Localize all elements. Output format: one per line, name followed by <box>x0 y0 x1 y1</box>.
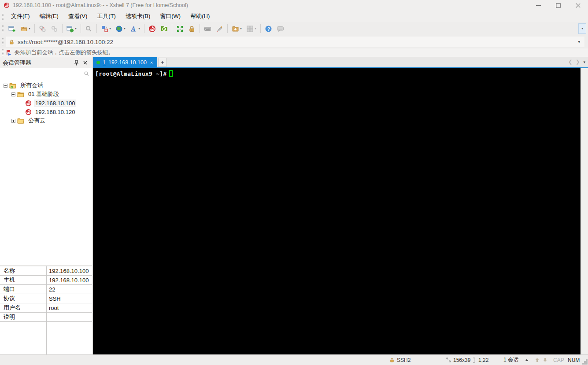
status-cursor-position[interactable]: 1,22 <box>472 355 488 365</box>
expand-toggle-icon[interactable] <box>11 119 15 123</box>
session-properties-button[interactable]: ▾ <box>65 23 78 34</box>
web-globe-dropdown-icon[interactable]: ▾ <box>124 27 126 30</box>
tree-item-label[interactable]: 公有云 <box>27 116 47 125</box>
new-tab-button[interactable]: + <box>158 58 166 67</box>
collapse-toggle-icon[interactable] <box>11 92 15 96</box>
menu-view[interactable]: 查看(V) <box>63 11 92 22</box>
menu-edit[interactable]: 编辑(E) <box>35 11 63 22</box>
tile-layout-dropdown-icon[interactable]: ▾ <box>109 27 111 30</box>
toolbar-separator <box>200 24 200 33</box>
menu-file[interactable]: 文件(F) <box>6 11 35 22</box>
pin-panel-button[interactable] <box>72 59 81 67</box>
status-session-count[interactable]: 1 会话 <box>503 355 529 365</box>
collapse-toggle-icon[interactable] <box>4 84 7 88</box>
tab-session-100[interactable]: 1 192.168.10.100 × <box>93 57 157 67</box>
addressbar-drag-handle[interactable] <box>2 38 4 45</box>
maximize-button[interactable] <box>548 0 568 11</box>
tree-item-session-120[interactable]: 192.168.10.120 <box>0 107 92 116</box>
find-button[interactable] <box>83 23 94 34</box>
xshell-button[interactable] <box>147 23 158 34</box>
main-area: 会话管理器 所有会话 <box>0 57 588 354</box>
session-properties-dropdown-icon[interactable]: ▾ <box>75 27 77 30</box>
help-icon: ? <box>265 25 272 33</box>
toolbar-overflow-button[interactable]: ▾ <box>578 23 586 34</box>
session-search-input[interactable] <box>3 70 84 77</box>
menu-window[interactable]: 窗口(W) <box>155 11 185 22</box>
search-icon[interactable] <box>84 71 89 77</box>
resize-grip[interactable] <box>586 363 588 365</box>
reconnect-button[interactable] <box>49 23 60 34</box>
open-session-button[interactable]: ▾ <box>18 23 32 34</box>
properties-divider <box>46 266 47 354</box>
terminal-screen[interactable]: [root@AlmaLinux9 ~]# <box>93 68 588 354</box>
close-button[interactable] <box>568 0 588 11</box>
minimize-button[interactable] <box>529 0 548 11</box>
address-input[interactable]: ssh://root:******@192.168.10.100:22 ▾ <box>6 37 584 47</box>
address-dropdown-icon[interactable]: ▾ <box>576 40 582 44</box>
close-panel-button[interactable] <box>81 59 89 67</box>
property-label: 说明 <box>0 313 46 321</box>
connected-status-icon <box>96 61 100 64</box>
terminal-scrollbar[interactable] <box>581 68 588 354</box>
folder-gear-icon <box>9 82 17 89</box>
help-button[interactable]: ? <box>263 23 274 34</box>
grid-layout-button[interactable]: ▾ <box>244 23 258 34</box>
tree-item-label[interactable]: 所有会话 <box>19 81 44 90</box>
tile-layout-button[interactable]: ▾ <box>99 23 113 34</box>
svg-text:A: A <box>131 26 135 32</box>
shell-prompt: [root@AlmaLinux9 ~]# <box>95 70 167 77</box>
menu-help[interactable]: 帮助(H) <box>185 11 214 22</box>
new-session-icon <box>8 25 16 33</box>
toolbar-drag-handle[interactable] <box>2 25 4 32</box>
toolbar-separator <box>81 24 81 33</box>
font-button[interactable]: A ▾ <box>128 23 142 34</box>
tab-close-icon[interactable]: × <box>149 60 154 65</box>
status-terminal-size[interactable]: 156x39 <box>446 355 470 365</box>
new-terminal-dropdown-icon[interactable]: ▾ <box>240 27 242 30</box>
terminal-size-icon <box>446 358 451 362</box>
session-manager-panel: 会话管理器 所有会话 <box>0 57 93 354</box>
new-terminal-button[interactable]: ▾ <box>230 23 244 34</box>
tree-item-folder-basic[interactable]: 01 基础阶段 <box>0 90 92 99</box>
tab-index: 1 <box>103 59 106 66</box>
new-session-button[interactable] <box>7 23 18 34</box>
font-icon: A <box>130 25 137 33</box>
statusbar: SSH2 156x39 1,22 1 会话 CAP NUM <box>0 354 588 365</box>
menu-tabs[interactable]: 选项卡(B) <box>121 11 155 22</box>
grid-layout-dropdown-icon[interactable]: ▾ <box>255 27 256 30</box>
titlebar: 192.168.10.100 - root@AlmaLinux9:~ - Xsh… <box>0 0 588 11</box>
infobar-drag-handle[interactable] <box>2 49 4 56</box>
virtual-keyboard-button[interactable] <box>202 23 213 34</box>
menu-tools[interactable]: 工具(T) <box>92 11 121 22</box>
open-session-dropdown-icon[interactable]: ▾ <box>29 27 30 30</box>
xftp-button[interactable] <box>159 23 170 34</box>
feedback-button[interactable] <box>275 23 286 34</box>
tree-item-all-sessions[interactable]: 所有会话 <box>0 81 92 90</box>
search-icon <box>85 25 92 33</box>
tab-list-dropdown-icon[interactable]: ▾ <box>583 60 585 64</box>
menubar-drag-handle[interactable] <box>2 13 4 20</box>
property-label: 端口 <box>0 285 46 293</box>
tree-item-session-100[interactable]: 192.168.10.100 <box>0 99 92 107</box>
disconnect-button[interactable] <box>37 23 48 34</box>
tree-item-label[interactable]: 192.168.10.120 <box>34 108 76 116</box>
highlighter-button[interactable] <box>214 23 225 34</box>
tab-scroll-left-icon[interactable]: ❮ <box>568 59 572 65</box>
lock-button[interactable] <box>186 23 197 34</box>
status-cap-text: CAP <box>553 357 564 363</box>
session-list-caret-icon[interactable] <box>525 359 528 361</box>
scroll-down-icon[interactable] <box>542 357 548 363</box>
tree-item-label[interactable]: 192.168.10.100 <box>34 100 76 107</box>
status-protocol-text: SSH2 <box>397 357 410 363</box>
tab-scroll-right-icon[interactable]: ❯ <box>576 59 580 65</box>
status-caps-lock: CAP <box>553 355 564 365</box>
property-label: 协议 <box>0 295 46 302</box>
status-scroll-buttons <box>534 355 548 365</box>
tree-item-folder-cloud[interactable]: 公有云 <box>0 116 92 125</box>
fullscreen-button[interactable] <box>174 23 185 34</box>
xshell-icon <box>148 25 156 33</box>
scroll-up-icon[interactable] <box>534 357 540 363</box>
tree-item-label[interactable]: 01 基础阶段 <box>27 90 60 99</box>
font-dropdown-icon[interactable]: ▾ <box>138 27 140 30</box>
web-globe-button[interactable]: ▾ <box>114 23 127 34</box>
